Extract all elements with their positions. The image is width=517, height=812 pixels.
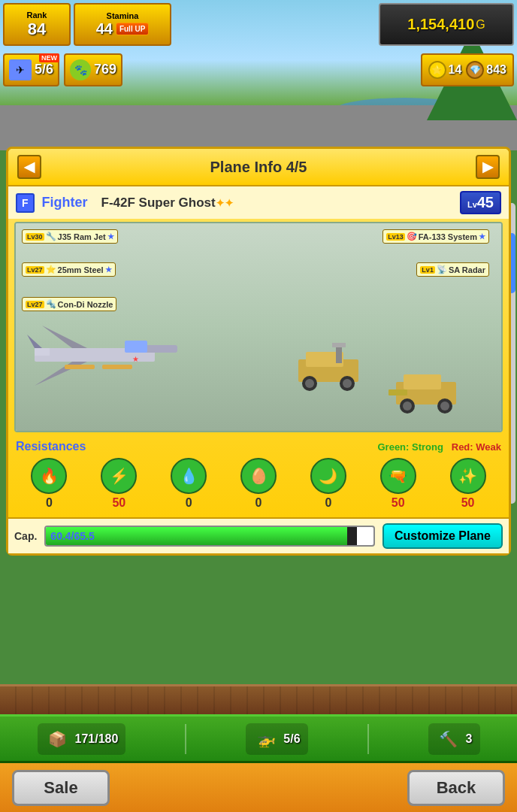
- inventory-value: 171/180: [75, 732, 119, 746]
- planes-count: 5/6: [35, 62, 53, 77]
- planes-block: ✈ 5/6 NEW: [3, 53, 59, 86]
- sale-button[interactable]: Sale: [12, 770, 110, 806]
- nav-inventory: 📦 171/180: [38, 723, 126, 755]
- svg-marker-6: [27, 335, 42, 348]
- equip1-lv: Lv30: [26, 233, 44, 241]
- moon-icon: 🌙: [310, 458, 346, 494]
- resistances-section: Resistances Green: Strong Red: Weak 🔥 0 …: [8, 435, 509, 517]
- nav-divider-1: [185, 724, 186, 754]
- resist-legend: Green: Strong Red: Weak: [377, 441, 501, 453]
- equip2-lv: Lv13: [386, 233, 405, 241]
- bullet-icon: 🔫: [380, 458, 416, 494]
- planes-nav-value: 5/6: [283, 732, 300, 746]
- resist-earth: 🥚 0: [225, 458, 292, 510]
- xp-block: 🐾 769: [64, 53, 122, 86]
- top-hud: Rank 84 Stamina 44 Full UP 1,154,410 G: [0, 0, 517, 49]
- equip5-icon: 🔩: [46, 299, 56, 309]
- equip1-icon: 🔧: [46, 232, 56, 241]
- xp-value: 769: [94, 62, 116, 77]
- gold-block: 1,154,410 G: [379, 3, 514, 46]
- resist-water-value: 0: [186, 496, 192, 510]
- equip4-label: Lv1 📡 SA Radar: [416, 262, 489, 277]
- resist-bullet: 🔫 50: [364, 458, 431, 510]
- equip2-name: FA-133 System: [419, 232, 477, 241]
- resist-moon-value: 0: [325, 496, 331, 510]
- resist-thunder-value: 50: [112, 496, 125, 510]
- stamina-value: 44: [96, 20, 113, 38]
- resist-water: 💧 0: [156, 458, 222, 510]
- back-button[interactable]: Back: [407, 770, 505, 806]
- svg-text:★: ★: [132, 355, 139, 363]
- customize-button[interactable]: Customize Plane: [382, 523, 503, 549]
- nav-tools: 🔨 3: [428, 723, 480, 755]
- svg-point-23: [440, 401, 449, 411]
- next-button[interactable]: ▶: [476, 155, 500, 179]
- svg-point-21: [403, 401, 412, 411]
- second-hud: ✈ 5/6 NEW 🐾 769 ⭐ 14 💎 843: [0, 49, 517, 90]
- bottom-buttons: Sale Back: [0, 763, 517, 812]
- resist-title: Resistances: [16, 440, 86, 453]
- svg-rect-24: [389, 389, 407, 395]
- equip5-label: Lv27 🔩 Con-Di Nozzle: [22, 297, 116, 311]
- svg-rect-19: [404, 374, 441, 389]
- plane-level: Lv45: [460, 191, 501, 214]
- resist-fire: 🔥 0: [16, 458, 83, 510]
- equip3-icon: ⭐: [46, 265, 56, 274]
- equip1-name: J35 Ram Jet: [58, 232, 106, 241]
- plane-type-row: F Fighter F-42F Super Ghost✦✦ Lv45: [8, 186, 509, 219]
- svg-point-13: [305, 379, 314, 388]
- bottom-floor: [0, 684, 517, 714]
- vehicle1-sprite: [291, 337, 381, 397]
- svg-rect-3: [125, 341, 147, 353]
- equip5-lv: Lv27: [26, 301, 44, 308]
- bottom-nav: 📦 171/180 🚁 5/6 🔨 3: [0, 714, 517, 763]
- resist-thunder: ⚡ 50: [86, 458, 153, 510]
- plane-image-area: Lv30 🔧 J35 Ram Jet ★ Lv13 🎯 FA-133 Syste…: [14, 222, 503, 432]
- resist-icons-row: 🔥 0 ⚡ 50 💧 0 🥚 0 🌙 0 🔫 50: [16, 458, 501, 510]
- resist-fire-value: 0: [46, 496, 53, 510]
- cap-bar-container: 60.4/65.5: [44, 526, 375, 547]
- plane-name: F-42F Super Ghost✦✦: [101, 195, 234, 211]
- type-badge: F: [16, 193, 35, 213]
- thunder-icon: ⚡: [101, 458, 137, 494]
- resist-bullet-value: 50: [392, 496, 405, 510]
- panel-title: Plane Info 4/5: [210, 159, 307, 176]
- svg-rect-2: [35, 348, 50, 356]
- equip4-lv: Lv1: [420, 266, 435, 274]
- nav-divider-2: [367, 724, 369, 754]
- special-icon: ✨: [450, 458, 486, 494]
- planes-nav-icon: 🚁: [253, 726, 279, 752]
- resist-special-value: 50: [461, 496, 475, 510]
- gold-suffix: G: [476, 18, 485, 32]
- tools-value: 3: [466, 732, 473, 746]
- currency-item-1: ⭐ 14: [428, 61, 462, 79]
- currency2-value: 843: [486, 63, 506, 77]
- prev-button[interactable]: ◀: [17, 155, 41, 179]
- equip2-star: ★: [479, 232, 485, 241]
- new-badge: NEW: [39, 53, 59, 62]
- gold-value: 1,154,410: [407, 16, 474, 33]
- xp-icon: 🐾: [70, 59, 91, 80]
- stamina-label: Stamina: [107, 11, 139, 20]
- main-panel: ◀ Plane Info 4/5 ▶ F Fighter F-42F Super…: [6, 147, 511, 556]
- resist-red-label: Red: Weak: [452, 441, 501, 453]
- brown-gem-icon: 💎: [466, 61, 484, 79]
- fire-icon: 🔥: [31, 458, 67, 494]
- equip4-name: SA Radar: [449, 265, 485, 274]
- resist-moon: 🌙 0: [295, 458, 361, 510]
- gold-coin-icon: ⭐: [428, 61, 446, 79]
- equip2-icon: 🎯: [407, 232, 417, 241]
- equip4-icon: 📡: [437, 265, 447, 274]
- stamina-block: Stamina 44 Full UP: [74, 3, 171, 46]
- rank-value: 84: [28, 20, 46, 39]
- svg-point-15: [343, 379, 352, 388]
- type-label: Fighter: [42, 195, 88, 211]
- equip2-label: Lv13 🎯 FA-133 System ★: [382, 229, 489, 244]
- currency1-value: 14: [449, 63, 462, 77]
- resist-earth-value: 0: [255, 496, 262, 510]
- equip1-star: ★: [107, 232, 114, 241]
- equip5-name: Con-Di Nozzle: [58, 300, 113, 309]
- cap-label: Cap.: [14, 530, 37, 542]
- equip3-name: 25mm Steel: [58, 265, 104, 274]
- svg-rect-17: [332, 343, 346, 347]
